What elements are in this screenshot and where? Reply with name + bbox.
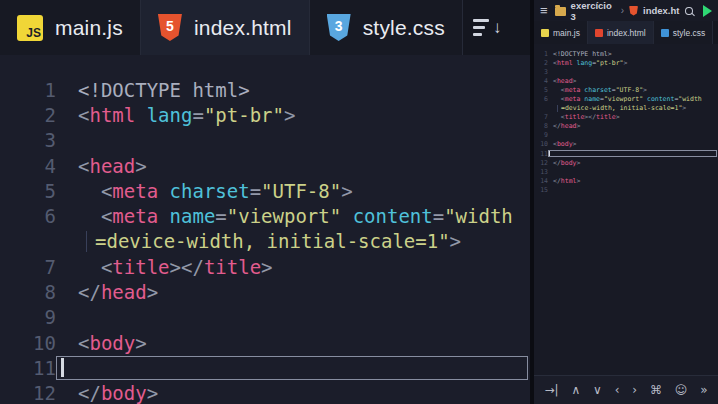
- code-token: title: [112, 256, 169, 278]
- code-line[interactable]: 2<html lang="pt-br">: [0, 102, 530, 127]
- code-token: >: [576, 122, 580, 130]
- menu-icon[interactable]: ≡: [540, 3, 548, 18]
- code-line[interactable]: 15: [534, 185, 718, 194]
- code-line[interactable]: 9: [534, 131, 718, 140]
- line-number: 3: [534, 68, 548, 76]
- code-line[interactable]: 5 <meta charset="UTF-8">: [534, 85, 718, 94]
- folder-icon: [555, 7, 566, 16]
- code-line[interactable]: 10<body>: [0, 330, 530, 355]
- code-line[interactable]: 4<head>: [534, 76, 718, 85]
- code-token: >: [573, 140, 577, 148]
- tab-index.html[interactable]: 5index.html: [141, 0, 310, 55]
- up-arrow-icon[interactable]: ∧: [571, 384, 580, 396]
- code-line[interactable]: 12</body>: [534, 158, 718, 167]
- file-icon-badge: 3: [335, 18, 343, 34]
- tab-label: style.css: [363, 16, 445, 40]
- code-token: >: [682, 104, 686, 112]
- more-icon[interactable]: »: [700, 384, 707, 396]
- mini-tab-main.js[interactable]: main.js: [534, 21, 588, 44]
- code-token: html: [557, 59, 573, 67]
- code-token: meta: [565, 86, 581, 94]
- code-line-content: <html lang="pt-br">: [56, 102, 295, 127]
- emoji-icon[interactable]: ☺: [675, 384, 688, 396]
- code-line-content: <meta name="viewport" content="width: [548, 94, 702, 103]
- code-line-content: </body>: [56, 381, 158, 404]
- mini-tab-label: index.html: [607, 28, 646, 38]
- code-line[interactable]: 13: [534, 167, 718, 176]
- code-line-content: <!DOCTYPE html>: [548, 49, 612, 58]
- code-line-content: [548, 185, 553, 194]
- code-line[interactable]: =device-width, initial-scale=1">: [0, 229, 530, 254]
- code-line[interactable]: 10<body>: [534, 140, 718, 149]
- code-token: <!DOCTYPE html>: [78, 79, 250, 101]
- text-cursor: [61, 358, 64, 377]
- tab-style.css[interactable]: 3style.css: [310, 0, 463, 55]
- line-number: 4: [534, 77, 548, 85]
- code-line-content: [56, 305, 78, 330]
- code-token: "viewport": [227, 205, 341, 227]
- code-token: "pt-br": [204, 104, 284, 126]
- code-editor[interactable]: 1<!DOCTYPE html>2<html lang="pt-br">34<h…: [0, 55, 530, 404]
- code-line[interactable]: 8</head>: [0, 279, 530, 304]
- mini-tab-style.css[interactable]: style.css: [654, 21, 714, 44]
- code-token: [78, 256, 101, 278]
- code-line[interactable]: 12</body>: [0, 381, 530, 404]
- code-token: head: [557, 77, 573, 85]
- code-line[interactable]: 1<!DOCTYPE html>: [534, 49, 718, 58]
- code-line[interactable]: 11: [534, 149, 718, 158]
- code-line[interactable]: 7 <title></title>: [534, 113, 718, 122]
- editor-tab-bar: JSmain.js5index.html3style.css ↓: [0, 0, 530, 55]
- line-number: 10: [534, 140, 548, 148]
- breadcrumb-file[interactable]: index.ht: [643, 5, 679, 16]
- code-token: content: [353, 205, 433, 227]
- symbol-toolbar: →|∧∨‹›⌘☺»: [534, 375, 718, 404]
- code-line[interactable]: =device-width, initial-scale=1">: [534, 104, 718, 113]
- code-line[interactable]: 11: [0, 355, 530, 380]
- breadcrumb-folder[interactable]: exercício 3: [571, 0, 616, 22]
- code-line[interactable]: 1<!DOCTYPE html>: [0, 77, 530, 102]
- code-line[interactable]: 4<head>: [0, 153, 530, 178]
- mini-code-editor[interactable]: 1<!DOCTYPE html>2<html lang="pt-br">34<h…: [534, 44, 718, 375]
- code-line[interactable]: 5 <meta charset="UTF-8">: [0, 178, 530, 203]
- js-file-icon: [541, 29, 549, 37]
- code-token: "UTF-8": [616, 86, 643, 94]
- code-line-content: <head>: [548, 76, 577, 85]
- tab-key-icon[interactable]: →|: [544, 384, 558, 396]
- code-line[interactable]: 9: [0, 305, 530, 330]
- code-token: ></: [170, 256, 204, 278]
- line-number: 8: [0, 281, 56, 303]
- code-line[interactable]: 3: [534, 67, 718, 76]
- code-line[interactable]: 3: [0, 128, 530, 153]
- code-token: =: [192, 104, 203, 126]
- code-line[interactable]: 7 <title></title>: [0, 254, 530, 279]
- down-arrow-icon[interactable]: ∨: [593, 384, 602, 396]
- code-token: [78, 180, 101, 202]
- command-key-icon[interactable]: ⌘: [650, 384, 662, 396]
- right-chevron-icon[interactable]: ›: [632, 384, 637, 396]
- code-line[interactable]: 2<html lang="pt-br">: [534, 58, 718, 67]
- code-token: "pt-br": [596, 59, 623, 67]
- code-token: ></: [584, 113, 596, 121]
- code-token: >: [643, 86, 647, 94]
- html-file-icon: 5: [158, 14, 182, 41]
- code-line-content: <body>: [56, 330, 147, 355]
- mini-tab-label: main.js: [553, 28, 580, 38]
- code-token: lang: [147, 104, 193, 126]
- mini-tab-index.html[interactable]: index.html: [588, 21, 654, 44]
- code-line[interactable]: 6 <meta name="viewport" content="width: [0, 203, 530, 228]
- line-number: 15: [534, 186, 548, 194]
- code-line[interactable]: 8</head>: [534, 122, 718, 131]
- app-preview-panel: ≡ exercício 3 › index.ht main.jsindex.ht…: [534, 0, 718, 404]
- line-number: 1: [534, 50, 548, 58]
- code-line-content: [548, 131, 553, 140]
- tab-label: main.js: [55, 16, 123, 40]
- sort-lines-icon[interactable]: ↓: [473, 19, 502, 36]
- code-token: body: [557, 140, 573, 148]
- code-line[interactable]: 6 <meta name="viewport" content="width: [534, 94, 718, 103]
- left-chevron-icon[interactable]: ‹: [615, 384, 620, 396]
- code-line[interactable]: 14</html>: [534, 176, 718, 185]
- run-button[interactable]: [703, 5, 712, 17]
- code-token: content: [647, 95, 674, 103]
- zoom-search-icon[interactable]: [685, 7, 693, 15]
- tab-main.js[interactable]: JSmain.js: [0, 0, 141, 55]
